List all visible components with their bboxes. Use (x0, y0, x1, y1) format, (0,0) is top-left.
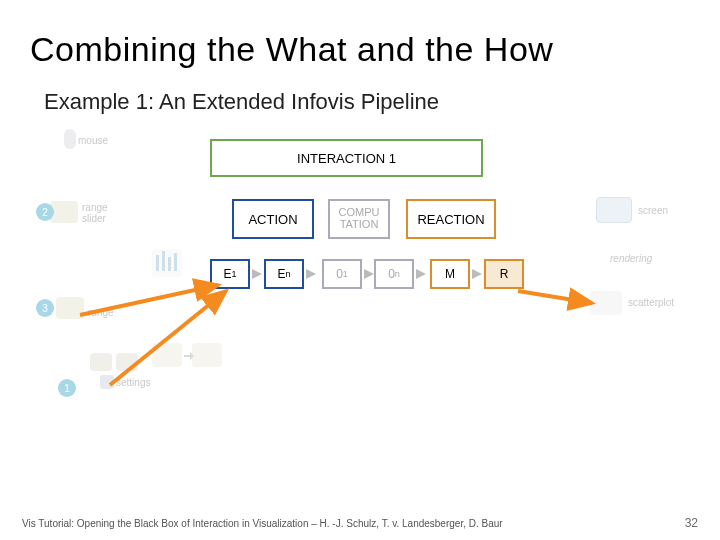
orange-arrows (44, 129, 684, 409)
overlay: INTERACTION 1 ACTION COMPU TATION REACTI… (44, 129, 684, 409)
svg-line-7 (518, 291, 592, 303)
svg-line-6 (80, 285, 218, 315)
footer-credit: Vis Tutorial: Opening the Black Box of I… (22, 518, 503, 529)
page-number: 32 (685, 516, 698, 530)
slide-title: Combining the What and the How (0, 0, 720, 79)
diagram: mouse range slider 2 range 3 settings 1 … (44, 129, 684, 409)
slide-subtitle: Example 1: An Extended Infovis Pipeline (0, 79, 720, 129)
footer: Vis Tutorial: Opening the Black Box of I… (22, 516, 698, 530)
